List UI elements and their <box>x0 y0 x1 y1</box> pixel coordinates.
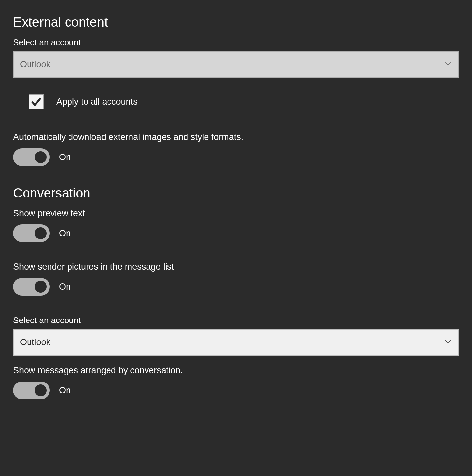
toggle-knob <box>35 281 47 293</box>
arranged-toggle-row: On <box>13 382 459 399</box>
arranged-state: On <box>59 385 71 396</box>
sender-pictures-toggle-row: On <box>13 278 459 296</box>
arranged-label: Show messages arranged by conversation. <box>13 365 459 376</box>
apply-all-row: Apply to all accounts <box>29 94 459 109</box>
sender-pictures-label: Show sender pictures in the message list <box>13 262 459 272</box>
sender-pictures-toggle[interactable] <box>13 278 50 296</box>
auto-download-toggle-row: On <box>13 148 459 166</box>
account-select-2[interactable]: Outlook <box>13 329 459 356</box>
apply-all-checkbox[interactable] <box>29 94 44 109</box>
preview-text-toggle-row: On <box>13 224 459 242</box>
toggle-knob <box>35 384 47 396</box>
preview-text-state: On <box>59 228 71 238</box>
arranged-toggle[interactable] <box>13 382 50 399</box>
toggle-knob <box>35 151 47 163</box>
select-account-label-2: Select an account <box>13 315 459 325</box>
account-select-1[interactable]: Outlook <box>13 51 459 78</box>
preview-text-toggle[interactable] <box>13 224 50 242</box>
auto-download-toggle[interactable] <box>13 148 50 166</box>
checkmark-icon <box>31 96 42 107</box>
toggle-knob <box>35 227 47 239</box>
select-account-label-1: Select an account <box>13 37 459 48</box>
auto-download-label: Automatically download external images a… <box>13 132 459 142</box>
account-select-wrapper-2: Outlook <box>13 329 459 356</box>
apply-all-label: Apply to all accounts <box>56 97 138 107</box>
conversation-title: Conversation <box>13 186 459 200</box>
sender-pictures-state: On <box>59 282 71 292</box>
account-select-wrapper-1: Outlook <box>13 51 459 78</box>
external-content-title: External content <box>13 15 459 30</box>
preview-text-label: Show preview text <box>13 208 459 218</box>
auto-download-state: On <box>59 152 71 162</box>
